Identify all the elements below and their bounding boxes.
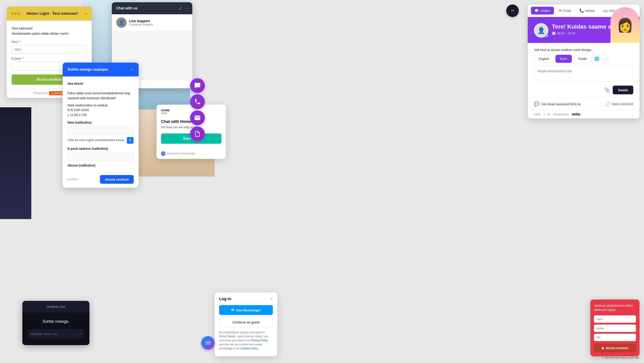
askly-avatar-wrap: 👤	[534, 23, 548, 37]
askly-widget: 💬 Vestlus ✉ Email 📞 Helista 📖 KKK 👤 Tere…	[528, 4, 640, 118]
chatwithus-agent-row: 👤 Live Support Customer Support	[112, 14, 192, 31]
zendesk-input-row: ›	[28, 329, 84, 339]
askly-send-row: 📎 Saada	[528, 86, 640, 98]
askly-lang-label: Vali keel ja alusta vestlust meie tiimig…	[534, 48, 633, 52]
hektor-header: Hektor Light - Tere tulemast! −	[7, 7, 92, 20]
hektor-dots	[11, 12, 20, 15]
askly-footer-powered: Powered by	[553, 113, 569, 116]
zendesk-label: zendesk chat	[27, 305, 85, 309]
login-close-button[interactable]: ×	[270, 296, 273, 302]
hektor-greeting: Tere tulemast!Alustamiseks palun täida a…	[12, 26, 87, 36]
email-icon	[194, 114, 201, 121]
messenger-button-icon: ✉	[231, 308, 234, 312]
phone-tab-icon: 📞	[580, 8, 584, 13]
zendesk-send-icon[interactable]: ›	[80, 332, 81, 336]
continue-guest-button[interactable]: Continue as guest	[219, 317, 273, 327]
red-form-start-button[interactable]: ▶ Alusta vestlust	[594, 344, 636, 352]
suhtle-name-input[interactable]	[68, 126, 134, 134]
messenger-fab-button[interactable]: ✉	[201, 336, 215, 350]
red-form-tel-input[interactable]	[594, 334, 636, 341]
suhtle-email-label: E-posti aadress (valikuline)	[68, 147, 134, 150]
suhtle-email-input[interactable]	[68, 152, 134, 160]
lang-chevron-button[interactable]: ›	[602, 55, 610, 63]
hektor-name-input[interactable]	[12, 45, 87, 54]
home4you-logo: HOME4YOU	[161, 109, 170, 115]
faq-tab-icon: 📖	[603, 8, 608, 13]
tab-helista[interactable]: 📞 Helista	[576, 7, 598, 14]
chatwithus-minimize[interactable]: −	[185, 6, 188, 11]
minimize-button[interactable]: −	[506, 4, 519, 17]
use-messenger-button[interactable]: ✉ Use Messenger	[219, 305, 273, 315]
askly-lang-buttons: English Eesti Polski 🌐 ›	[534, 55, 633, 63]
zendesk-widget: zendesk chat Suhtle meiega. ›	[22, 301, 90, 345]
tab-vestlus[interactable]: 💬 Vestlus	[531, 7, 554, 14]
float-email-button[interactable]	[190, 110, 205, 125]
red-form-nimi-input[interactable]	[594, 315, 636, 323]
agent-name: Live Support	[129, 19, 153, 23]
chat-tab-icon: 💬	[534, 8, 539, 13]
red-form-email-input[interactable]	[594, 325, 636, 332]
lang-eesti-button[interactable]: Eesti	[556, 55, 572, 63]
chatwithus-title: Chat with us	[116, 6, 138, 10]
privacy-link[interactable]: Privacy Policy	[251, 339, 268, 342]
red-form-info: Vestluse alustamiseks täitke allolevad v…	[594, 304, 636, 312]
dot-1	[11, 12, 14, 15]
add-live-chat-footer: ● Add free live chat to your site	[602, 356, 639, 360]
login-header: Log in ×	[215, 292, 277, 304]
gear-icon[interactable]: ⚙	[548, 113, 550, 116]
suhtle-minimize[interactable]: −	[131, 67, 134, 72]
zendesk-header: zendesk chat	[22, 301, 90, 313]
suhtle-footer: zendesk Alusta vestlust	[62, 172, 139, 188]
login-title: Log in	[219, 297, 231, 301]
tab-email[interactable]: ✉ Email	[555, 7, 574, 14]
required-star-2: *	[22, 57, 24, 60]
chatwithus-header: Chat with us ⤢ −	[112, 2, 192, 14]
cookies-link[interactable]: Cookies Policy	[240, 347, 258, 350]
login-widget: Log in × ✉ Use Messenger Continue as gue…	[215, 292, 277, 356]
facebook-login-button[interactable]: f	[127, 137, 134, 144]
suhtle-hours: Meie veebivestlus on avatud: E-R 9:00-19…	[68, 103, 134, 118]
askly-message-input[interactable]	[534, 66, 633, 82]
expand-icon[interactable]: ⤢	[179, 6, 182, 11]
attach-icon[interactable]: 📎	[604, 87, 610, 93]
online-indicator	[545, 34, 548, 37]
askly-send-button[interactable]: Saada	[613, 86, 633, 94]
lang-english-button[interactable]: English	[534, 55, 554, 63]
askly-brand-logo: askly.	[572, 112, 581, 116]
home4you-powered: Powered by Messenger	[167, 152, 195, 155]
askly-hero: 👤 Tere! Kuidas saame aidata? 🕐 09:00 - 1…	[528, 17, 640, 43]
agent-info: Live Support Customer Support	[129, 19, 153, 26]
chat-bubble-icon	[194, 82, 201, 89]
suhtle-header: Suhtle meiega reaalajas −	[62, 63, 139, 76]
askly-footer-lang: Eesti	[534, 113, 540, 116]
terms-link[interactable]: Terms	[228, 335, 235, 338]
dot-2	[14, 12, 17, 15]
suhtle-name-label: Nimi (valikuline)	[68, 121, 134, 124]
lang-globe-button[interactable]: 🌐	[593, 55, 600, 63]
zendesk-message-input[interactable]	[31, 332, 78, 336]
float-chat-button[interactable]	[190, 78, 205, 93]
lang-polski-button[interactable]: Polski	[574, 55, 591, 63]
red-form-widget: Vestluse alustamiseks täitke allolevad v…	[590, 300, 640, 356]
phone-icon	[194, 98, 201, 105]
play-icon: ▶	[602, 346, 604, 350]
zendesk-chat-message: Suhtle meiega.	[28, 319, 84, 324]
green-dot-icon: ●	[602, 356, 603, 360]
dot-3	[18, 12, 20, 15]
float-document-button[interactable]	[190, 126, 205, 141]
suhtle-widget: Suhtle meiega reaalajas − Hea klient! Pa…	[62, 63, 139, 188]
askly-faq-text: Siin leiad vastused KKK-le	[541, 102, 581, 106]
hektor-name-label: Nimi: *	[12, 40, 87, 43]
askly-faq-row: 💬 Siin leiad vastused KKK-le 📄 Vaata vas…	[528, 98, 640, 110]
agent-photo-placeholder: 👩	[610, 7, 640, 43]
float-phone-button[interactable]	[190, 94, 205, 109]
suhtle-greeting: Hea klient! Palun täitke soovi korral ko…	[68, 81, 134, 101]
suhtle-start-button[interactable]: Alusta vestlust	[100, 175, 134, 184]
suhtle-body: Hea klient! Palun täitke soovi korral ko…	[62, 76, 139, 172]
askly-lang-section: Vali keel ja alusta vestlust meie tiimig…	[528, 43, 640, 66]
suhtle-title: Suhtle meiega reaalajas	[68, 67, 108, 71]
login-legal-text: By continuing as a guest, you agree to M…	[219, 330, 273, 351]
askly-faq-link[interactable]: 📄 Vaata vastuseid	[605, 101, 633, 106]
email-tab-icon: ✉	[559, 8, 562, 13]
hektor-minimize[interactable]: −	[84, 11, 87, 16]
